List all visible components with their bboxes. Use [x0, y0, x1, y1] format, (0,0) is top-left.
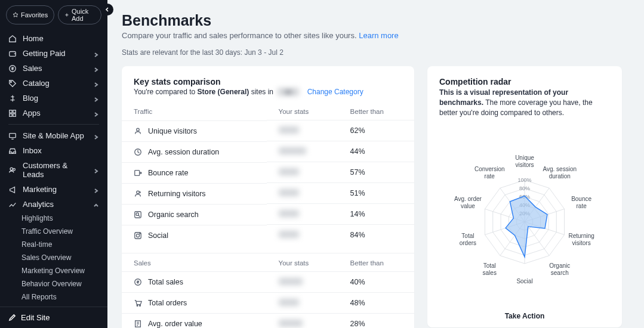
row-better: 57%: [338, 162, 414, 183]
row-label: Organic search: [148, 211, 199, 219]
svg-text:Totalorders: Totalorders: [460, 233, 476, 246]
nav-blog[interactable]: Blog: [0, 91, 107, 106]
apps-icon: [8, 109, 17, 117]
table-row: Returning visitorsx51%: [122, 183, 414, 204]
inbox-icon: [8, 147, 17, 155]
nav-label: Apps: [23, 109, 41, 117]
nav-home[interactable]: Home: [0, 31, 107, 46]
svg-text:80%: 80%: [519, 185, 530, 191]
blurred-stat: x: [279, 210, 299, 217]
learn-more-link[interactable]: Learn more: [359, 31, 398, 40]
row-label: Social: [148, 231, 168, 240]
table-row: Total salesxx40%: [122, 271, 414, 292]
nav-marketing[interactable]: Marketing: [0, 182, 107, 197]
sub-all-reports[interactable]: All Reports: [0, 290, 107, 304]
bounce-icon: [134, 169, 142, 177]
blurred-stat: x: [279, 299, 299, 306]
svg-text:Organicsearch: Organicsearch: [549, 262, 570, 276]
change-category-link[interactable]: Change Category: [307, 88, 363, 96]
nav-label: Sales: [23, 64, 42, 73]
cart-icon: [134, 299, 142, 307]
nav-analytics[interactable]: Analytics: [0, 197, 107, 212]
sub-behavior-overview[interactable]: Behavior Overview: [0, 277, 107, 290]
row-better: 28%: [338, 313, 414, 328]
nav-site-mobile[interactable]: Site & Mobile App: [0, 128, 107, 143]
header-your-stats: Your stats: [267, 102, 338, 120]
row-better: 48%: [338, 292, 414, 313]
search-icon: [134, 211, 142, 219]
sub-sales-overview[interactable]: Sales Overview: [0, 251, 107, 264]
collapse-sidebar-button[interactable]: [101, 4, 113, 16]
quick-add-pill[interactable]: Quick Add: [58, 5, 101, 24]
blog-icon: [8, 94, 17, 103]
svg-rect-4: [13, 110, 16, 112]
nav-sales[interactable]: Sales: [0, 61, 107, 76]
table-gap: [122, 246, 414, 253]
table-row: Socialx84%: [122, 225, 414, 246]
row-label: Avg. order value: [148, 320, 202, 328]
key-stats-card: Key stats comparison You're compared to …: [122, 66, 414, 328]
sub-marketing-overview[interactable]: Marketing Overview: [0, 264, 107, 277]
svg-text:Totalsales: Totalsales: [483, 262, 497, 276]
page-title: Benchmarks: [122, 12, 630, 29]
svg-rect-12: [135, 170, 140, 175]
sub-highlights[interactable]: Highlights: [0, 212, 107, 225]
nav-getting-paid[interactable]: Getting Paid: [0, 46, 107, 61]
nav-catalog[interactable]: Catalog: [0, 76, 107, 91]
nav-inbox[interactable]: Inbox: [0, 143, 107, 158]
svg-point-10: [137, 128, 139, 131]
subtitle-text: Compare your traffic and sales performan…: [122, 31, 357, 40]
header-better-than: Better than: [338, 253, 414, 271]
page-subtitle: Compare your traffic and sales performan…: [122, 31, 630, 40]
svg-text:Returningvisitors: Returningvisitors: [568, 233, 594, 246]
row-label: Total orders: [148, 299, 187, 307]
sub-traffic-overview[interactable]: Traffic Overview: [0, 225, 107, 238]
take-action-button[interactable]: Take Action: [427, 307, 622, 320]
traffic-header-row: Traffic Your stats Better than: [122, 102, 414, 120]
svg-rect-14: [135, 211, 141, 218]
key-stats-title: Key stats comparison: [122, 77, 414, 88]
blurred-stat: xx: [279, 320, 303, 327]
row-better: 44%: [338, 141, 414, 162]
header-better-than: Better than: [338, 102, 414, 120]
svg-point-20: [137, 305, 138, 307]
divider: [8, 124, 99, 125]
row-better: 51%: [338, 183, 414, 204]
sub-realtime[interactable]: Real-time: [0, 238, 107, 251]
row-label: Unique visitors: [148, 127, 197, 135]
main: Benchmarks Compare your traffic and sale…: [107, 0, 644, 328]
svg-point-8: [10, 168, 13, 170]
traffic-table: Traffic Your stats Better than Unique vi…: [122, 102, 414, 328]
svg-point-13: [137, 191, 139, 193]
blurred-stat: x: [279, 189, 299, 196]
clock-icon: [134, 148, 142, 156]
pencil-icon: [8, 314, 16, 321]
row-better: 84%: [338, 225, 414, 246]
chevron-right-icon: [93, 66, 99, 72]
key-stats-subtitle: You're compared to Store (General) sites…: [122, 88, 414, 102]
receipt-icon: [134, 320, 142, 328]
favorites-label: Favorites: [21, 11, 48, 18]
svg-text:Social: Social: [516, 278, 532, 284]
table-row: Avg. session durationxxx44%: [122, 141, 414, 162]
svg-point-9: [13, 168, 16, 171]
row-better: 62%: [338, 120, 414, 141]
nav-customers[interactable]: Customers & Leads: [0, 158, 107, 182]
favorites-pill[interactable]: Favorites: [6, 5, 54, 24]
radar-chart: 100%80%60%40%20%UniquevisitorsAvg. sessi…: [427, 122, 622, 307]
nav-apps[interactable]: Apps: [0, 106, 107, 120]
monitor-icon: [8, 132, 17, 140]
chevron-right-icon: [93, 81, 99, 86]
chevron-right-icon: [93, 95, 99, 101]
chevron-right-icon: [93, 133, 99, 139]
header-sales: Sales: [122, 253, 267, 271]
sales-header-row: Sales Your stats Better than: [122, 253, 414, 271]
row-label: Bounce rate: [148, 169, 188, 177]
chevron-right-icon: [93, 167, 99, 173]
svg-rect-6: [13, 113, 16, 116]
edit-site-button[interactable]: Edit Site: [0, 307, 107, 328]
blurred-stat: x: [279, 168, 299, 175]
blurred-stat: x: [279, 126, 299, 134]
nav-label: Customers & Leads: [23, 161, 87, 179]
nav-label: Marketing: [23, 185, 57, 194]
